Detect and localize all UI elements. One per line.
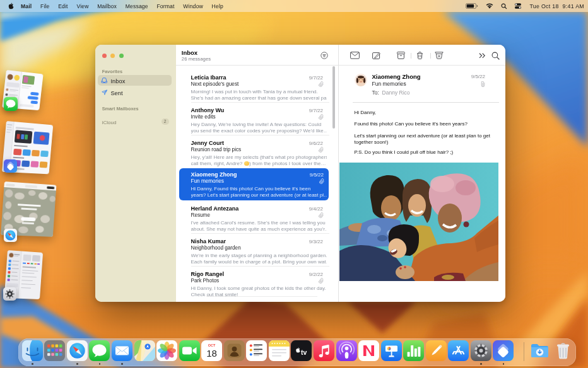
svg-text:18: 18 — [206, 348, 217, 359]
svg-text:OCT: OCT — [208, 343, 216, 347]
svg-text:tv: tv — [301, 348, 307, 356]
